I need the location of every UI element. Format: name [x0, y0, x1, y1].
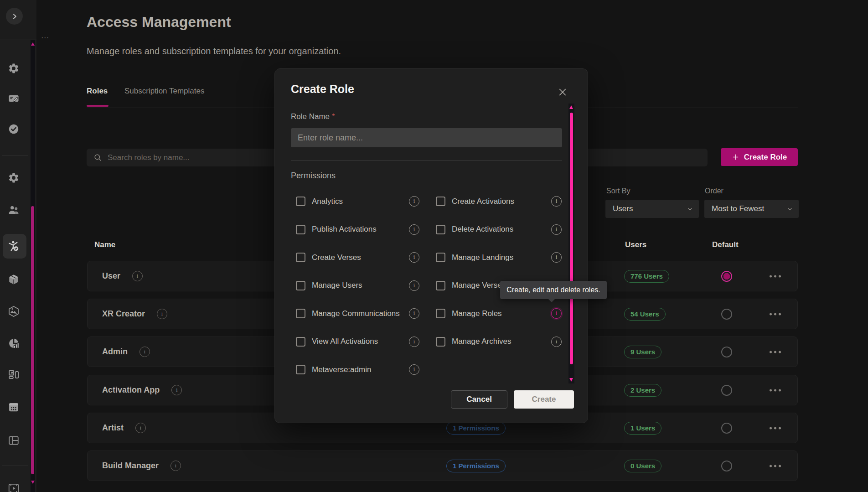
info-icon[interactable]: i — [171, 385, 182, 395]
checkbox[interactable] — [296, 365, 305, 374]
role-name: User — [102, 271, 120, 281]
info-icon[interactable]: i — [551, 252, 562, 263]
close-icon — [558, 87, 568, 97]
sidebar-item-users[interactable] — [8, 204, 20, 216]
modal-scroll-up-arrow[interactable] — [569, 105, 573, 109]
checkbox[interactable] — [296, 197, 305, 206]
permissions-count-badge: 1 Permissions — [446, 422, 506, 435]
info-icon-active[interactable]: i — [551, 308, 562, 319]
role-name: Build Manager — [102, 461, 159, 471]
tab-subscription-templates[interactable]: Subscription Templates — [124, 87, 204, 96]
search-icon — [87, 153, 102, 162]
modal-close-button[interactable] — [558, 87, 568, 97]
info-icon[interactable]: i — [132, 271, 143, 281]
info-icon[interactable]: i — [135, 423, 146, 433]
row-actions-menu[interactable] — [770, 465, 781, 467]
modal-scrollbar-thumb[interactable] — [570, 113, 573, 364]
order-value: Most to Fewest — [704, 204, 786, 213]
people-icon — [8, 204, 20, 216]
chevron-down-icon — [786, 206, 799, 212]
modal-scroll-down-arrow[interactable] — [569, 378, 573, 382]
role-name-input[interactable] — [291, 128, 562, 147]
sidebar-item-settings[interactable] — [8, 62, 20, 74]
create-role-button[interactable]: Create Role — [721, 148, 798, 166]
checkbox[interactable] — [436, 281, 445, 290]
sidebar-item-packages[interactable] — [8, 274, 20, 285]
row-actions-menu[interactable] — [770, 427, 781, 429]
checkbox[interactable] — [436, 225, 445, 234]
sidebar-item-analytics[interactable] — [8, 337, 20, 349]
column-header-default: Default — [712, 240, 739, 249]
sort-by-dropdown[interactable]: Users — [605, 200, 699, 218]
sidebar-scrollbar-thumb[interactable] — [31, 206, 34, 474]
info-icon[interactable]: i — [551, 196, 562, 207]
checkbox[interactable] — [296, 309, 305, 318]
plus-icon — [732, 153, 739, 161]
sidebar-item-devices[interactable] — [8, 369, 20, 381]
info-icon[interactable]: i — [157, 309, 167, 319]
sidebar-scroll-down-arrow[interactable] — [31, 481, 35, 484]
default-radio[interactable] — [721, 461, 732, 471]
tab-roles[interactable]: Roles — [87, 87, 108, 96]
permission-create-activations: Create Activations i — [436, 196, 562, 207]
sidebar — [0, 0, 36, 492]
default-radio[interactable] — [721, 271, 732, 282]
default-radio[interactable] — [721, 347, 732, 357]
role-name: Artist — [102, 423, 124, 433]
info-icon[interactable]: i — [409, 280, 419, 291]
order-dropdown[interactable]: Most to Fewest — [704, 200, 799, 218]
info-icon[interactable]: i — [140, 347, 150, 357]
cancel-button[interactable]: Cancel — [451, 390, 507, 409]
checkbox[interactable] — [296, 253, 305, 262]
row-actions-menu[interactable] — [770, 351, 781, 353]
sort-by-label: Sort By — [606, 187, 630, 195]
checkbox[interactable] — [296, 225, 305, 234]
column-header-name: Name — [94, 240, 115, 249]
sidebar-item-access-management[interactable] — [8, 240, 20, 252]
row-actions-menu[interactable] — [770, 389, 781, 391]
table-row-build-manager[interactable]: Build Manager i 1 Permissions 0 Users — [87, 451, 798, 481]
checkbox[interactable] — [436, 337, 445, 347]
info-icon[interactable]: i — [409, 308, 419, 319]
default-radio[interactable] — [721, 385, 732, 396]
info-icon[interactable]: i — [170, 461, 181, 471]
sidebar-item-preferences[interactable] — [8, 172, 20, 184]
sidebar-item-schedule[interactable] — [8, 401, 20, 413]
checkbox[interactable] — [436, 309, 445, 318]
default-radio[interactable] — [721, 423, 732, 434]
sidebar-scrollbar[interactable] — [31, 40, 35, 492]
info-icon[interactable]: i — [409, 196, 419, 207]
permission-manage-landings: Manage Landings i — [436, 252, 562, 263]
info-icon[interactable]: i — [551, 337, 562, 347]
sidebar-item-card-edit[interactable] — [8, 93, 20, 104]
card-edit-icon — [8, 93, 20, 104]
sidebar-item-layouts[interactable] — [8, 435, 20, 446]
person-check-icon — [8, 240, 20, 252]
permission-delete-activations: Delete Activations i — [436, 224, 562, 235]
sidebar-scroll-up-arrow[interactable] — [31, 42, 35, 46]
checkbox[interactable] — [296, 281, 305, 290]
checkbox[interactable] — [436, 253, 445, 262]
row-actions-menu[interactable] — [770, 313, 781, 315]
check-circle-icon — [8, 123, 20, 135]
info-icon[interactable]: i — [551, 224, 562, 235]
create-button-disabled[interactable]: Create — [514, 390, 574, 409]
sidebar-expand-button[interactable] — [6, 8, 23, 25]
row-actions-menu[interactable] — [770, 275, 781, 277]
sidebar-item-scenes[interactable] — [8, 306, 20, 317]
checkbox[interactable] — [436, 197, 445, 206]
sidebar-item-media[interactable] — [8, 482, 20, 492]
manage-roles-tooltip: Create, edit and delete roles. — [500, 281, 607, 299]
info-icon[interactable]: i — [409, 337, 419, 347]
checkbox[interactable] — [296, 337, 305, 347]
default-radio[interactable] — [721, 309, 732, 320]
chevron-right-icon — [10, 12, 19, 21]
sidebar-item-approvals[interactable] — [8, 123, 20, 135]
info-icon[interactable]: i — [409, 364, 419, 375]
permission-create-verses: Create Verses i — [296, 252, 419, 263]
info-icon[interactable]: i — [409, 224, 419, 235]
permission-manage-users: Manage Users i — [296, 280, 419, 291]
modal-scrollbar[interactable] — [568, 104, 574, 383]
info-icon[interactable]: i — [409, 252, 419, 263]
permission-manage-communications: Manage Communications i — [296, 308, 419, 319]
